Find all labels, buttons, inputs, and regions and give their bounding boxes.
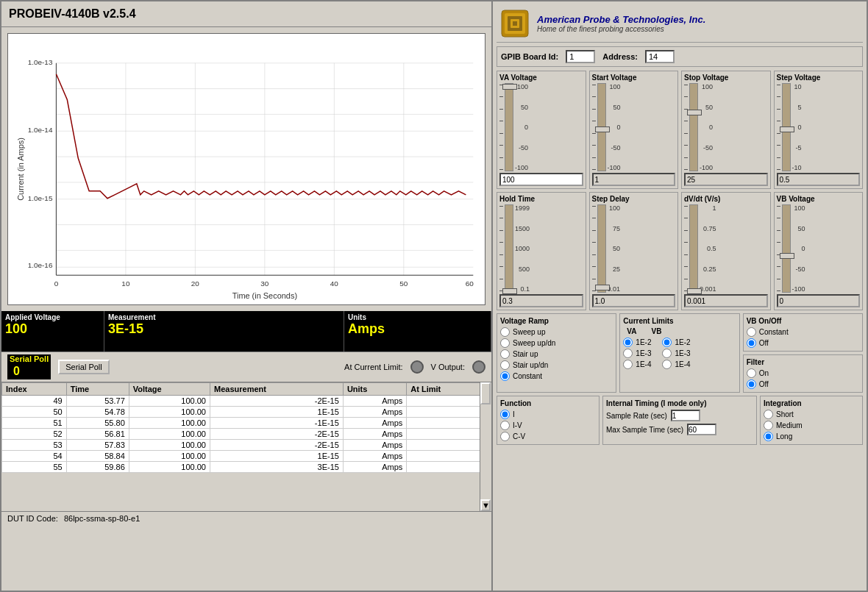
va-voltage-input[interactable] bbox=[499, 173, 583, 186]
va-slider-handle[interactable] bbox=[502, 84, 517, 90]
measurement-value: 3E-15 bbox=[108, 321, 340, 337]
max-sample-input[interactable] bbox=[687, 424, 716, 435]
cell-measurement: -2E-15 bbox=[210, 396, 344, 407]
step-slider-handle[interactable] bbox=[780, 126, 794, 132]
gpib-board-id-input[interactable] bbox=[566, 50, 595, 63]
start-voltage-input[interactable] bbox=[592, 173, 676, 186]
data-table: Index Time Voltage Measurement Units At … bbox=[1, 382, 491, 473]
vb-voltage-box: VB Voltage 100500-50-100 bbox=[774, 192, 864, 310]
cell-voltage: 100.00 bbox=[129, 418, 210, 429]
scrollbar[interactable]: ▼ bbox=[480, 382, 491, 511]
integration-box: Integration Short Medium Long bbox=[760, 396, 863, 445]
cell-at-limit bbox=[407, 407, 491, 418]
serial-poll-button[interactable]: Serial Poll bbox=[58, 360, 110, 374]
ramp-stair-updn[interactable]: Stair up/dn bbox=[500, 360, 613, 370]
hold-slider-labels: 1999150010005000.1 bbox=[515, 204, 530, 293]
gpib-label: GPIB Board Id: bbox=[501, 52, 558, 61]
col-index: Index bbox=[2, 383, 67, 396]
cell-at-limit bbox=[407, 396, 491, 407]
dvdt-slider-handle[interactable] bbox=[687, 288, 702, 294]
cell-index: 49 bbox=[2, 396, 67, 407]
vb-slider-handle[interactable] bbox=[780, 253, 794, 259]
stop-voltage-input[interactable] bbox=[684, 173, 768, 186]
hold-slider-handle[interactable] bbox=[502, 288, 517, 294]
cell-index: 50 bbox=[2, 407, 67, 418]
vb-slider-track[interactable] bbox=[782, 204, 791, 293]
stop-slider-track[interactable] bbox=[689, 83, 698, 171]
start-slider-handle[interactable] bbox=[595, 126, 610, 132]
stop-slider-handle[interactable] bbox=[687, 110, 702, 115]
cl-row-1e3: 1E-3 1E-3 bbox=[623, 349, 736, 358]
voltage-ramp-options: Sweep up Sweep up/dn Stair up Stair up/d… bbox=[500, 327, 613, 381]
cell-units: Amps bbox=[343, 418, 406, 429]
vb-voltage-input[interactable] bbox=[777, 294, 861, 307]
serial-poll-label: Serial Poll bbox=[7, 354, 51, 363]
col-measurement: Measurement bbox=[210, 383, 344, 396]
current-limits-headers: VA VB bbox=[623, 327, 736, 335]
cell-index: 52 bbox=[2, 429, 67, 440]
integ-short[interactable]: Short bbox=[764, 410, 859, 419]
col-units: Units bbox=[343, 383, 406, 396]
start-voltage-title: Start Voltage bbox=[592, 74, 676, 82]
header-logo: American Probe & Technologies, Inc. Home… bbox=[497, 5, 863, 43]
cl-va-1e4[interactable]: 1E-4 bbox=[623, 360, 651, 369]
dvdt-box: dV/dt (V/s) 10.750.50.250.001 bbox=[681, 192, 771, 310]
hold-time-input[interactable] bbox=[499, 294, 583, 307]
hold-slider-track[interactable] bbox=[505, 204, 513, 293]
step-voltage-input[interactable] bbox=[777, 173, 861, 186]
measurement-block: Measurement 3E-15 bbox=[104, 311, 344, 352]
cl-vb-1e2[interactable]: 1E-2 bbox=[662, 338, 690, 347]
cl-vb-1e3[interactable]: 1E-3 bbox=[662, 349, 690, 358]
cell-units: Amps bbox=[343, 440, 406, 451]
max-sample-label: Max Sample Time (sec) bbox=[606, 426, 683, 434]
filter-off[interactable]: Off bbox=[747, 379, 859, 389]
step-delay-box: Step Delay 1007550250.01 bbox=[589, 192, 679, 310]
bottom-row: Function I I-V C-V Internal Timing (I mo… bbox=[497, 396, 863, 445]
sample-rate-input[interactable] bbox=[671, 410, 700, 421]
svg-text:50: 50 bbox=[399, 279, 408, 288]
integration-title: Integration bbox=[764, 399, 859, 407]
gpib-address-input[interactable] bbox=[645, 50, 675, 63]
dvdt-slider-track[interactable] bbox=[689, 204, 698, 293]
scroll-down-btn[interactable]: ▼ bbox=[480, 499, 491, 511]
ramp-sweep-updn[interactable]: Sweep up/dn bbox=[500, 338, 613, 348]
filter-on[interactable]: On bbox=[747, 368, 859, 378]
va-slider-track[interactable] bbox=[505, 83, 513, 171]
ramp-sweep-up[interactable]: Sweep up bbox=[500, 327, 613, 337]
cl-va-1e2[interactable]: 1E-2 bbox=[623, 338, 651, 347]
svg-text:1.0e-16: 1.0e-16 bbox=[28, 261, 53, 269]
current-limits-rows: 1E-2 1E-2 1E-3 1E-3 bbox=[623, 338, 736, 369]
cl-va-1e3[interactable]: 1E-3 bbox=[623, 349, 651, 358]
vb-off[interactable]: Off bbox=[747, 338, 859, 348]
func-iv[interactable]: I-V bbox=[500, 421, 596, 430]
stop-voltage-title: Stop Voltage bbox=[684, 74, 768, 82]
va-voltage-title: VA Voltage bbox=[499, 74, 583, 82]
timing-controls-grid: Hold Time 1999150010005000.1 Step Delay bbox=[497, 192, 863, 310]
step-delay-slider-track[interactable] bbox=[597, 204, 606, 293]
svg-text:Current (in Amps): Current (in Amps) bbox=[16, 138, 25, 201]
func-i[interactable]: I bbox=[500, 410, 596, 419]
start-slider-track[interactable] bbox=[597, 83, 606, 171]
step-delay-slider-handle[interactable] bbox=[595, 285, 610, 290]
svg-text:20: 20 bbox=[191, 279, 200, 288]
cell-time: 55.80 bbox=[66, 418, 129, 429]
table-row: 55 59.86 100.00 3E-15 Amps bbox=[2, 462, 491, 473]
cl-vb-1e4[interactable]: 1E-4 bbox=[662, 360, 690, 369]
step-slider-track[interactable] bbox=[782, 83, 791, 171]
func-cv[interactable]: C-V bbox=[500, 432, 596, 441]
integration-options: Short Medium Long bbox=[764, 410, 859, 441]
applied-voltage-block: Applied Voltage 100 bbox=[1, 311, 104, 352]
dvdt-slider-labels: 10.750.50.250.001 bbox=[700, 204, 716, 293]
step-delay-input[interactable] bbox=[592, 294, 676, 307]
cell-at-limit bbox=[407, 418, 491, 429]
ramp-stair-up[interactable]: Stair up bbox=[500, 349, 613, 359]
ramp-constant[interactable]: Constant bbox=[500, 371, 613, 381]
integ-medium[interactable]: Medium bbox=[764, 421, 859, 430]
scrollbar-thumb[interactable] bbox=[480, 382, 491, 404]
integ-long[interactable]: Long bbox=[764, 432, 859, 441]
current-limits-title: Current Limits bbox=[623, 317, 736, 325]
start-voltage-box: Start Voltage 100500-50-100 bbox=[589, 71, 679, 189]
vb-constant[interactable]: Constant bbox=[747, 327, 859, 337]
dvdt-input[interactable] bbox=[684, 294, 768, 307]
table-scroll[interactable]: Index Time Voltage Measurement Units At … bbox=[1, 382, 491, 511]
